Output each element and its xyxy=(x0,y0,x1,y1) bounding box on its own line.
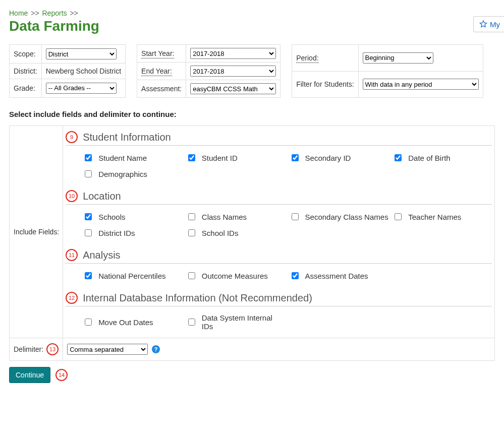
field-label: Secondary ID xyxy=(305,154,351,162)
field-checkbox[interactable] xyxy=(85,213,92,220)
breadcrumb-home[interactable]: Home xyxy=(9,9,28,17)
filters-group-scope: Scope: District District: Newberg School… xyxy=(9,44,126,98)
startyear-label: Start Year: xyxy=(141,49,174,58)
filters-row: Scope: District District: Newberg School… xyxy=(9,44,495,98)
field-label: Secondary Class Names xyxy=(305,213,388,221)
field-checkbox[interactable] xyxy=(188,213,195,220)
period-label: Period: xyxy=(296,54,318,63)
breadcrumb-sep: >> xyxy=(31,9,39,17)
period-select[interactable]: Beginning xyxy=(363,52,433,64)
field-checkbox[interactable] xyxy=(85,154,92,161)
annotation-badge-10: 10 xyxy=(66,190,78,202)
field-item[interactable]: Demographics xyxy=(83,169,182,179)
field-checkbox[interactable] xyxy=(188,229,195,236)
field-checkbox[interactable] xyxy=(395,213,402,220)
assessment-select[interactable]: easyCBM CCSS Math xyxy=(190,83,276,94)
field-checkbox[interactable] xyxy=(395,154,402,161)
section-student-information: 9 Student Information Student NameStuden… xyxy=(83,131,492,179)
field-label: Outcome Measures xyxy=(202,272,268,280)
field-item[interactable]: District IDs xyxy=(83,228,182,238)
field-checkbox[interactable] xyxy=(188,272,195,279)
filterstudents-label: Filter for Students: xyxy=(292,71,358,98)
field-checkbox[interactable] xyxy=(188,154,195,161)
section-title: Internal Database Information (Not Recom… xyxy=(83,292,312,304)
field-label: National Percentiles xyxy=(98,272,165,280)
scope-select[interactable]: District xyxy=(46,48,117,59)
field-item[interactable]: Teacher Names xyxy=(393,212,492,222)
breadcrumb: Home >> Reports >> xyxy=(9,9,495,17)
include-fields-label: Include Fields: xyxy=(10,126,63,338)
endyear-select[interactable]: 2017-2018 xyxy=(190,66,276,77)
field-checkbox[interactable] xyxy=(292,154,299,161)
district-label: District: xyxy=(10,64,42,79)
field-label: Data System Internal IDs xyxy=(202,313,286,331)
field-item[interactable]: Outcome Measures xyxy=(186,271,286,281)
startyear-select[interactable]: 2017-2018 xyxy=(190,48,276,59)
field-item[interactable]: Student ID xyxy=(186,153,286,163)
help-icon[interactable]: ? xyxy=(152,345,160,353)
breadcrumb-sep: >> xyxy=(70,9,78,17)
star-icon xyxy=(479,20,488,29)
annotation-badge-12: 12 xyxy=(66,292,78,304)
field-label: Student ID xyxy=(202,154,238,162)
field-label: Class Names xyxy=(202,213,247,221)
annotation-badge-9: 9 xyxy=(66,131,78,143)
breadcrumb-reports[interactable]: Reports xyxy=(42,9,67,17)
field-item[interactable]: Assessment Dates xyxy=(290,271,389,281)
grade-select[interactable]: -- All Grades -- xyxy=(46,83,117,94)
field-label: Assessment Dates xyxy=(305,272,368,280)
field-label: School IDs xyxy=(202,229,239,237)
filterstudents-select[interactable]: With data in any period xyxy=(363,79,479,90)
field-checkbox[interactable] xyxy=(85,319,92,326)
field-checkbox[interactable] xyxy=(292,272,299,279)
field-item[interactable]: Date of Birth xyxy=(393,153,492,163)
my-favorites-label: My xyxy=(490,20,500,29)
section-prompt: Select include fields and delimiter to c… xyxy=(9,110,495,118)
continue-button[interactable]: Continue xyxy=(9,367,50,383)
field-checkbox[interactable] xyxy=(85,272,92,279)
field-checkbox[interactable] xyxy=(292,213,299,220)
section-internal-db: 12 Internal Database Information (Not Re… xyxy=(83,292,492,331)
field-label: Teacher Names xyxy=(408,213,461,221)
field-item[interactable]: Secondary Class Names xyxy=(290,212,389,222)
annotation-badge-13: 13 xyxy=(46,343,59,355)
grade-label: Grade: xyxy=(10,79,42,97)
filters-group-period: Period: Beginning Filter for Students: W… xyxy=(292,44,483,98)
field-label: Demographics xyxy=(98,170,147,178)
field-checkbox[interactable] xyxy=(85,229,92,236)
section-title: Location xyxy=(83,191,121,202)
field-label: Move Out Dates xyxy=(98,318,153,327)
field-item[interactable]: Move Out Dates xyxy=(83,313,182,331)
annotation-badge-14: 14 xyxy=(55,369,68,381)
delimiter-select[interactable]: Comma separated xyxy=(67,344,148,355)
page-title: Data Farming xyxy=(9,18,495,34)
annotation-badge-11: 11 xyxy=(66,249,78,261)
field-item[interactable]: School IDs xyxy=(186,228,286,238)
scope-label: Scope: xyxy=(10,45,42,64)
field-checkbox[interactable] xyxy=(85,170,92,177)
field-item[interactable]: Secondary ID xyxy=(290,153,389,163)
field-item[interactable]: Data System Internal IDs xyxy=(186,313,286,331)
my-favorites-button[interactable]: My xyxy=(473,16,504,32)
section-location: 10 Location SchoolsClass NamesSecondary … xyxy=(83,190,492,238)
delimiter-label: Delimiter: xyxy=(14,345,43,353)
field-label: Schools xyxy=(98,213,125,221)
field-label: Date of Birth xyxy=(408,154,450,162)
assessment-label: Assessment: xyxy=(137,80,186,98)
section-title: Analysis xyxy=(83,249,120,261)
district-value: Newberg School District xyxy=(41,64,125,79)
section-analysis: 11 Analysis National PercentilesOutcome … xyxy=(83,249,492,281)
field-item[interactable]: Class Names xyxy=(186,212,286,222)
field-item[interactable]: Student Name xyxy=(83,153,182,163)
section-title: Student Information xyxy=(83,132,171,143)
field-label: District IDs xyxy=(98,229,135,237)
endyear-label: End Year: xyxy=(141,67,172,76)
field-item[interactable]: Schools xyxy=(83,212,182,222)
include-fields-table: Include Fields: 9 Student Information St… xyxy=(9,125,495,361)
filters-group-year: Start Year: 2017-2018 End Year: 2017-201… xyxy=(137,44,281,98)
field-item[interactable]: National Percentiles xyxy=(83,271,182,281)
field-checkbox[interactable] xyxy=(188,319,195,326)
field-label: Student Name xyxy=(98,154,147,162)
